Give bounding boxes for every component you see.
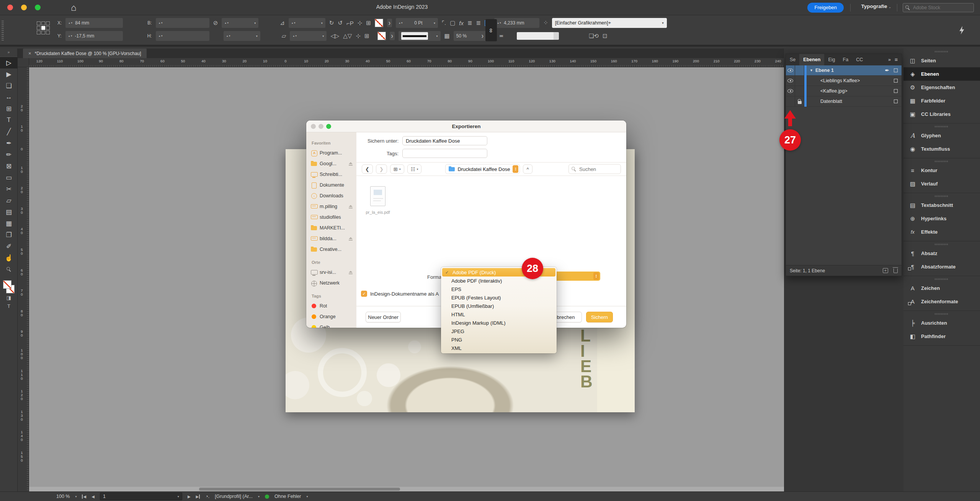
sidebar-item-program[interactable]: Program...	[311, 148, 353, 158]
stepper-icon[interactable]: ▲▼	[68, 22, 73, 24]
target-box-icon[interactable]	[894, 99, 898, 103]
ruler-corner[interactable]	[18, 58, 29, 67]
sidebar-item-mpilling[interactable]: m.pilling	[311, 201, 353, 212]
format-menu-item[interactable]: ✓JPEG	[441, 327, 557, 335]
preview-field[interactable]	[517, 32, 559, 40]
dialog-search-input[interactable]	[578, 166, 613, 172]
dock-item-ebenen[interactable]: ◈Ebenen	[903, 67, 980, 81]
tab-cc[interactable]: CC	[852, 54, 867, 65]
stepper-icon[interactable]: ▲▼	[497, 22, 501, 24]
lock-cell[interactable]	[795, 86, 804, 96]
frame-tool[interactable]: ⊠	[0, 160, 18, 172]
adobe-stock-search[interactable]	[903, 3, 974, 12]
page-number-field[interactable]: 1 ▾	[100, 493, 182, 500]
new-layer-icon[interactable]: +	[883, 268, 888, 273]
forward-button[interactable]: ❯	[376, 164, 387, 174]
fill-swatch[interactable]	[3, 280, 11, 289]
sidebar-item-creative[interactable]: Creative...	[311, 244, 353, 255]
distribute-icon[interactable]: ⊹	[358, 20, 363, 26]
snap-icon[interactable]: ⊡	[603, 33, 608, 39]
baseline-icon[interactable]: ≖	[499, 33, 504, 39]
dock-item-textumfluss[interactable]: ◉Textumfluss	[903, 142, 980, 156]
dock-item-farbfelder[interactable]: ▦Farbfelder	[903, 94, 980, 107]
chevron-down-icon[interactable]: ▾	[258, 495, 260, 498]
x-field[interactable]: ▲▼84 mm	[65, 18, 123, 28]
dock-item-ausrichten[interactable]: ╞Ausrichten	[903, 316, 980, 330]
hierarchy-icon[interactable]: ⊞	[366, 20, 371, 26]
dock-item-cc-libraries[interactable]: ▣CC Libraries	[903, 107, 980, 121]
layer-row[interactable]: Datenblatt	[786, 96, 902, 107]
eye-icon[interactable]	[787, 89, 793, 93]
stepper-icon[interactable]: ▲▼	[158, 35, 163, 37]
collapse-button[interactable]: ^	[523, 164, 532, 174]
paragraph-tree-icon[interactable]: ⊹	[356, 33, 361, 39]
target-box-icon[interactable]	[894, 89, 898, 93]
eject-icon[interactable]	[349, 237, 353, 241]
sidebar-item-downloads[interactable]: Downloads	[311, 190, 353, 201]
close-icon[interactable]: ×	[28, 50, 31, 56]
horizontal-scrollbar[interactable]	[29, 487, 784, 491]
visibility-cell[interactable]	[786, 65, 795, 76]
pen-tool[interactable]: ✒	[0, 137, 18, 149]
align-center-icon[interactable]: ≣	[476, 20, 481, 26]
pencil-tool[interactable]: ✏	[0, 149, 18, 160]
dock-item-glyphen[interactable]: AGlyphen	[903, 129, 980, 142]
gradient-swatch-tool[interactable]: ▤	[0, 206, 18, 218]
visibility-cell[interactable]	[786, 76, 795, 86]
save-as-input[interactable]	[402, 136, 487, 145]
lock-cell[interactable]	[795, 96, 804, 107]
eye-icon[interactable]	[787, 68, 793, 72]
selection-tool[interactable]: ▷	[0, 57, 18, 68]
width-field[interactable]: ▲▼	[156, 18, 209, 28]
scissors-tool[interactable]: ✂	[0, 183, 18, 195]
dialog-zoom-button[interactable]	[326, 124, 331, 129]
format-menu-item[interactable]: ✓EPUB (Umfließbar)	[441, 302, 557, 310]
relink-icon[interactable]: ❏⟲	[589, 33, 599, 39]
dock-item-eigenschaften[interactable]: ⚙Eigenschaften	[903, 81, 980, 94]
stroke-swatch-none[interactable]	[377, 32, 386, 40]
fill-stroke-swatches[interactable]	[3, 280, 15, 293]
hand-tool[interactable]: ☝	[0, 252, 18, 264]
format-menu-item[interactable]: ✓EPS	[441, 285, 557, 293]
eyedropper-tool[interactable]: ✐	[0, 241, 18, 252]
flip-h-icon[interactable]: ◁▷	[330, 33, 339, 39]
dialog-close-button[interactable]	[311, 124, 316, 129]
fill-flyout-button[interactable]: ❯	[387, 19, 392, 27]
zoom-level[interactable]: 100 %	[56, 494, 70, 499]
gap-tool[interactable]: ↔	[0, 91, 18, 103]
sidebar-item-netzwerk[interactable]: Netzwerk	[311, 278, 353, 288]
lock-icon[interactable]	[798, 101, 802, 104]
rotation-dropdown[interactable]: ▲▼▾	[289, 18, 325, 28]
preflight-icon[interactable]: ◔.	[205, 494, 209, 499]
lock-cell[interactable]	[795, 76, 804, 86]
panel-overflow-icon[interactable]: »	[885, 54, 894, 65]
target-box-icon[interactable]	[894, 68, 898, 72]
target-box-icon[interactable]	[894, 79, 898, 83]
sidebar-item-studiofiles[interactable]: studiofiles	[311, 212, 353, 223]
close-window-button[interactable]	[7, 5, 13, 10]
first-page-icon[interactable]: ◀	[82, 494, 86, 499]
formatting-affects-icon[interactable]: ◨	[0, 293, 18, 302]
direct-selection-tool[interactable]: ▶	[0, 68, 18, 80]
tab-se[interactable]: Se	[786, 54, 799, 65]
height-field[interactable]: ▲▼	[156, 31, 209, 41]
gap-field[interactable]: ▲▼4,233 mm	[494, 18, 539, 28]
tab-ebenen[interactable]: Ebenen	[799, 54, 824, 65]
eye-icon[interactable]	[787, 79, 793, 83]
sidebar-item-googl[interactable]: Googl...	[311, 158, 353, 169]
scale-x-dropdown[interactable]: ▲▼▾	[222, 18, 258, 28]
disclosure-icon[interactable]: ▼	[810, 68, 813, 72]
visibility-cell[interactable]	[786, 86, 795, 96]
tint-dropdown[interactable]: 50 %❯	[454, 31, 487, 41]
rectangle-tool[interactable]: ▭	[0, 172, 18, 183]
format-menu-item[interactable]: ✓EPUB (Festes Layout)	[441, 293, 557, 302]
new-folder-button[interactable]: Neuer Ordner	[366, 312, 401, 322]
stroke-weight-dropdown[interactable]: ▲▼0 Pt▾	[396, 18, 438, 28]
home-icon[interactable]: ⌂	[71, 2, 77, 13]
scale-y-dropdown[interactable]: ▲▼▾	[224, 31, 260, 41]
dialog-minimize-button[interactable]	[318, 124, 323, 129]
dock-item-zeichenformate[interactable]: AZeichenformate	[903, 295, 980, 308]
reference-point-proxy[interactable]	[37, 21, 50, 34]
sidebar-item-bildda[interactable]: bildda...	[311, 233, 353, 244]
line-tool[interactable]: ╱	[0, 126, 18, 137]
